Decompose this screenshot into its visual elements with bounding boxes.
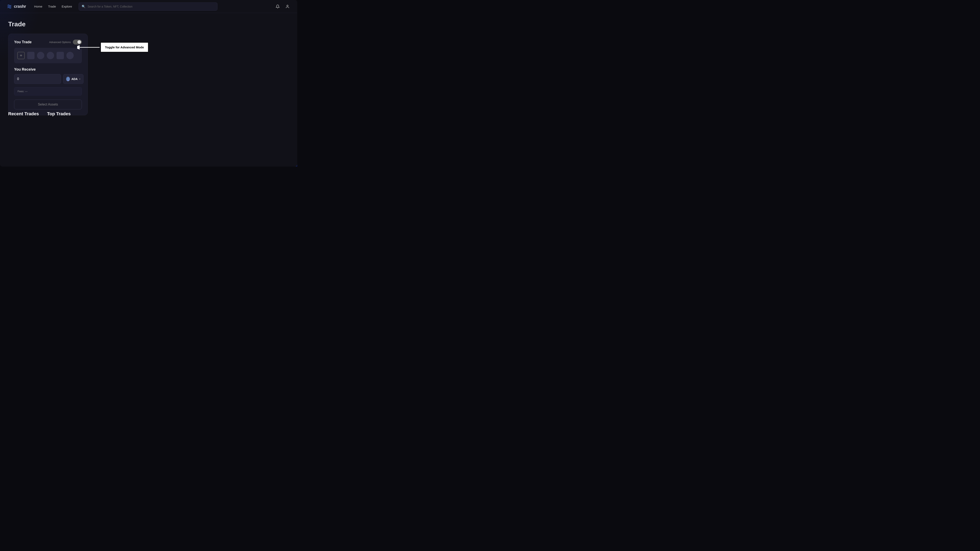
trade-card: You Trade Advanced Options + [8, 34, 88, 115]
advanced-options-area: Advanced Options [49, 40, 82, 44]
navbar: crashr Home Trade Explore 🔍 [0, 0, 297, 13]
fees-value: --- [25, 90, 27, 93]
logo-area: crashr [6, 4, 26, 10]
page-content: Trade You Trade Advanced Options + [0, 13, 297, 123]
search-bar[interactable]: 🔍 [79, 2, 218, 11]
profile-icon[interactable] [284, 3, 291, 10]
logo-icon [6, 4, 12, 10]
svg-point-0 [287, 5, 288, 6]
receive-row: 0 ₳ ADA ▾ [14, 74, 82, 84]
nav-links: Home Trade Explore [34, 5, 72, 8]
fees-label: Fees: [18, 90, 24, 93]
notification-icon[interactable] [274, 3, 281, 10]
search-input[interactable] [88, 5, 215, 8]
nav-home[interactable]: Home [34, 5, 42, 8]
bottom-sections: Recent Trades Top Trades [8, 111, 289, 116]
add-asset-button[interactable]: + [18, 52, 25, 59]
you-trade-header: You Trade Advanced Options [14, 40, 82, 44]
nav-explore[interactable]: Explore [62, 5, 72, 8]
annotation-box: Toggle for Advanced Mode [100, 42, 148, 52]
app-container: crashr Home Trade Explore 🔍 [0, 0, 297, 167]
app-name: crashr [14, 4, 26, 9]
nav-icons [274, 3, 291, 10]
asset-row: + [14, 48, 82, 63]
advanced-mode-toggle[interactable] [73, 40, 82, 44]
asset-placeholder-2 [37, 52, 44, 59]
token-selector[interactable]: ₳ ADA ▾ [63, 74, 83, 84]
page-title: Trade [8, 21, 289, 28]
select-assets-button[interactable]: Select Assets [14, 100, 82, 110]
top-trades-section: Top Trades [47, 111, 289, 116]
asset-placeholder-4 [57, 52, 64, 59]
recent-trades-section: Recent Trades [8, 111, 39, 116]
receive-amount-input[interactable]: 0 [14, 74, 61, 84]
ada-icon: ₳ [66, 77, 70, 81]
asset-placeholder-1 [27, 52, 35, 59]
asset-placeholder-3 [47, 52, 54, 59]
advanced-options-label: Advanced Options [49, 41, 71, 44]
token-name: ADA [72, 77, 78, 81]
nav-trade[interactable]: Trade [48, 5, 56, 8]
recent-trades-title: Recent Trades [8, 111, 39, 116]
search-icon: 🔍 [82, 5, 86, 8]
toggle-knob [77, 40, 81, 44]
asset-placeholder-5 [66, 52, 74, 59]
fees-row: Fees: --- [14, 87, 82, 95]
top-trades-title: Top Trades [47, 111, 71, 116]
annotation-container: Toggle for Advanced Mode [77, 42, 148, 52]
you-trade-label: You Trade [14, 40, 32, 44]
chevron-down-icon: ▾ [79, 78, 80, 80]
you-receive-label: You Receive [14, 67, 36, 71]
